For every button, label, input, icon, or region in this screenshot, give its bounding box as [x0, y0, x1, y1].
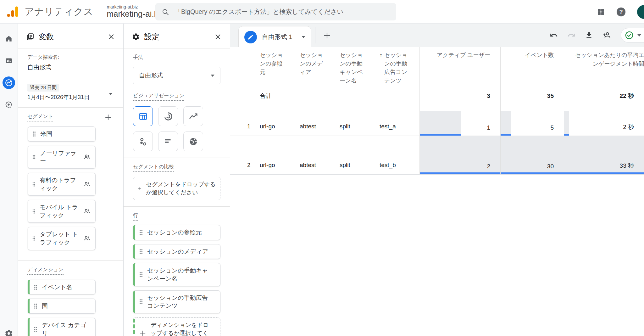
cell-event-count: 30 — [501, 136, 564, 174]
col-header-avg-engagement[interactable]: セッションあたりの平均エンゲージメント時間 — [564, 47, 644, 81]
segment-label: 米国 — [40, 130, 52, 138]
donut-chart-icon — [164, 112, 173, 121]
settings-close-button[interactable] — [214, 32, 222, 41]
add-tab-button[interactable] — [321, 29, 333, 42]
tab-type-badge — [244, 31, 257, 43]
search-bar[interactable] — [155, 3, 396, 20]
redo-icon[interactable] — [567, 31, 575, 39]
date-range-caret-icon[interactable] — [109, 93, 113, 95]
segment-chip[interactable]: 米国 — [28, 126, 96, 142]
technique-select[interactable]: 自由形式 — [133, 67, 220, 84]
segment-chip[interactable]: ノーリファラー — [28, 146, 96, 169]
drag-handle-icon[interactable] — [32, 182, 35, 187]
viz-geo-button[interactable] — [183, 132, 203, 151]
exploration-name-value[interactable]: 自由形式 — [27, 63, 116, 71]
cell-active-users: 1 — [419, 111, 501, 136]
nav-reports[interactable] — [3, 54, 15, 67]
horizontal-bar-icon — [164, 137, 173, 146]
row-dimension-chip[interactable]: セッションの参照元 — [133, 225, 220, 240]
app-name: アナリティクス — [25, 5, 93, 18]
row-dimension-chip[interactable]: セッションのメディア — [133, 244, 220, 259]
viz-line-button[interactable] — [183, 106, 203, 126]
segment-chip[interactable]: モバイル トラフィック — [28, 200, 96, 223]
col-header-session-campaign[interactable]: セッションの手動キャンペーン名 — [340, 47, 380, 81]
help-icon[interactable]: ? — [616, 7, 626, 17]
drag-handle-icon[interactable] — [32, 209, 35, 214]
segment-label: 有料のトラフィック — [40, 176, 79, 192]
viz-bar-button[interactable] — [158, 132, 178, 151]
viz-scatter-button[interactable] — [133, 132, 153, 151]
search-input[interactable] — [175, 8, 390, 15]
dimension-chip[interactable]: 国 — [28, 299, 96, 314]
nav-explore-active[interactable] — [3, 76, 15, 89]
sort-ascending-icon[interactable]: ↑ — [380, 51, 382, 81]
add-segment-button[interactable] — [104, 114, 112, 121]
cell-session-ad-content: test_b — [380, 136, 419, 174]
close-icon — [108, 33, 115, 40]
drag-handle-icon[interactable] — [32, 154, 36, 160]
row-dimension-chip[interactable]: セッションの手動広告コンテンツ — [133, 290, 220, 313]
segment-drop-zone[interactable]: セグメントをドロップするか選択してください — [133, 177, 220, 200]
viz-table-button[interactable] — [133, 106, 153, 126]
segment-chip[interactable]: タブレット トラフィック — [28, 227, 96, 250]
variables-close-button[interactable] — [107, 32, 116, 41]
canvas-toolbar — [550, 28, 636, 42]
settings-title: 設定 — [144, 32, 159, 42]
segment-chip[interactable]: 有料のトラフィック — [28, 173, 96, 196]
variables-title: 変数 — [39, 32, 54, 42]
dimension-label: デバイス カテゴリ — [42, 321, 91, 336]
table-row[interactable]: 1 url-go abtest split test_a 1 5 2 秒 — [230, 111, 644, 136]
pencil-icon — [247, 34, 254, 40]
nav-home[interactable] — [3, 32, 15, 45]
drag-handle-icon[interactable] — [34, 303, 37, 309]
table-row[interactable]: 2 url-go abtest split test_b 2 30 33 秒 — [230, 136, 644, 175]
search-icon — [162, 8, 169, 16]
dimension-drop-zone[interactable]: ディメンションをドロップするか選択してください — [133, 317, 220, 336]
top-app-bar: アナリティクス marketing-ai.biz marketing-ai.bi… — [0, 0, 644, 24]
drag-handle-icon[interactable] — [139, 272, 143, 277]
nav-rail — [0, 24, 18, 336]
drag-handle-icon[interactable] — [32, 236, 35, 241]
col-header-session-medium[interactable]: セッションのメディア — [300, 47, 340, 81]
date-range-chip[interactable]: 過去 28 日間 — [27, 84, 59, 92]
close-icon — [214, 33, 221, 40]
metric-bar — [501, 111, 511, 136]
google-analytics-logo[interactable] — [6, 5, 19, 19]
settings-gear-icon — [132, 33, 140, 41]
col-header-event-count[interactable]: イベント数 — [501, 47, 564, 81]
user-avatar[interactable] — [637, 5, 644, 19]
col-header-session-source[interactable]: セッションの参照元 — [260, 47, 300, 81]
totals-avg-engagement: 22 秒 — [564, 81, 644, 111]
drag-handle-icon[interactable] — [139, 249, 143, 255]
table-icon — [138, 112, 148, 121]
date-range-section[interactable]: 過去 28 日間 1月4日〜2026年1月31日 — [18, 78, 123, 108]
dimension-chip[interactable]: イベント名 — [28, 280, 96, 295]
drag-handle-icon[interactable] — [32, 131, 36, 137]
drag-handle-icon[interactable] — [139, 230, 143, 235]
dimension-chip[interactable]: デバイス カテゴリ — [28, 318, 96, 336]
download-icon[interactable] — [585, 31, 593, 39]
variables-icon — [26, 33, 34, 41]
col-header-active-users[interactable]: アクティブ ユーザー — [419, 47, 501, 81]
metric-bar — [564, 111, 569, 136]
technique-label: 手法 — [133, 54, 143, 62]
viz-donut-button[interactable] — [158, 106, 178, 126]
advertising-target-icon — [5, 101, 13, 109]
tab-caret-icon[interactable] — [302, 36, 305, 38]
tab-free-form[interactable]: 自由形式 1 — [238, 26, 311, 48]
segment-comparison-label: セグメントの比較 — [133, 164, 174, 172]
row-dimension-chip[interactable]: セッションの手動キャンペーン名 — [133, 263, 220, 286]
apps-grid-icon[interactable] — [597, 8, 605, 16]
nav-admin[interactable] — [3, 327, 15, 336]
line-chart-icon — [189, 112, 198, 121]
share-person-add-icon[interactable] — [602, 31, 611, 40]
drag-handle-icon[interactable] — [139, 299, 143, 305]
undo-icon[interactable] — [550, 31, 558, 39]
scatter-chart-icon — [138, 137, 148, 146]
exploration-name-label: データ探索名: — [27, 54, 116, 61]
col-header-session-ad-content[interactable]: ↑ セッションの手動広告コンテンツ — [380, 47, 419, 81]
drag-handle-icon[interactable] — [34, 284, 37, 290]
validation-status-pill[interactable] — [621, 28, 644, 42]
nav-advertising[interactable] — [3, 98, 15, 111]
drag-handle-icon[interactable] — [34, 327, 37, 332]
